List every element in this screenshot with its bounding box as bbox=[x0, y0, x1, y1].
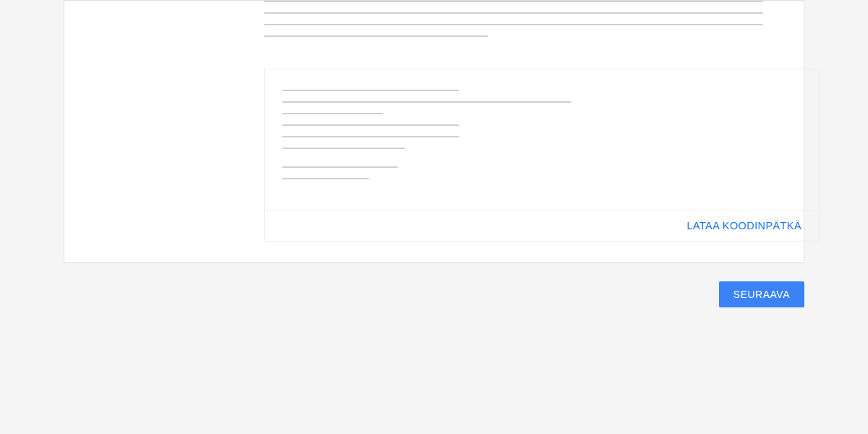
code-placeholder-line bbox=[282, 113, 383, 114]
placeholder-line bbox=[264, 35, 488, 37]
code-placeholder-line bbox=[282, 90, 459, 91]
code-placeholder-line bbox=[282, 124, 459, 126]
code-placeholder-line bbox=[282, 178, 369, 179]
download-code-snippet-link[interactable]: LATAA KOODINPÄTKÄ bbox=[686, 220, 801, 231]
code-placeholder-line bbox=[282, 148, 405, 149]
actions-row: SEURAAVA bbox=[64, 281, 804, 307]
content-area: LATAA KOODINPÄTKÄ bbox=[64, 1, 804, 242]
code-placeholder-line bbox=[282, 101, 571, 103]
placeholder-line bbox=[264, 1, 763, 2]
code-placeholder-line bbox=[282, 136, 459, 137]
description-placeholder bbox=[264, 1, 804, 37]
placeholder-line bbox=[264, 24, 763, 25]
next-button[interactable]: SEURAAVA bbox=[719, 281, 804, 307]
placeholder-line bbox=[264, 12, 763, 14]
main-card: LATAA KOODINPÄTKÄ bbox=[64, 0, 804, 263]
code-footer: LATAA KOODINPÄTKÄ bbox=[265, 210, 819, 241]
code-placeholder-line bbox=[282, 166, 398, 168]
code-body bbox=[265, 69, 819, 210]
code-snippet-panel: LATAA KOODINPÄTKÄ bbox=[264, 69, 820, 242]
